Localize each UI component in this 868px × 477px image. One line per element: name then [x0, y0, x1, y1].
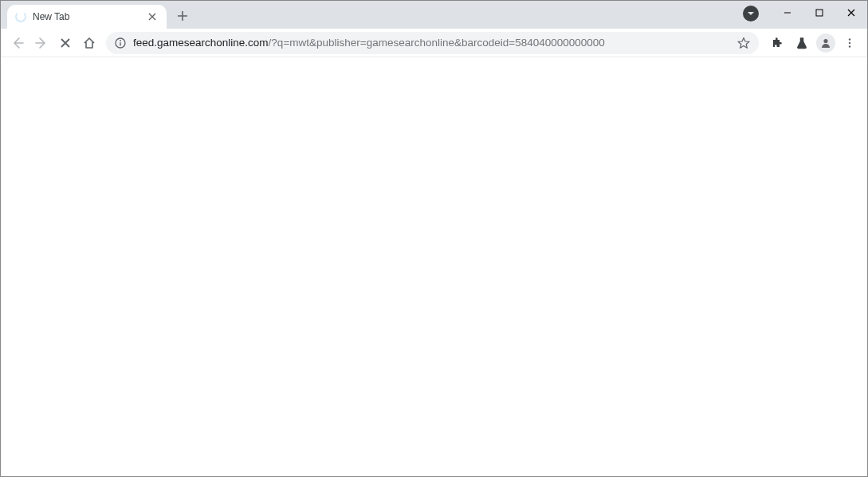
svg-rect-0	[816, 10, 823, 16]
maximize-button[interactable]	[803, 1, 835, 25]
forward-button[interactable]	[31, 33, 52, 53]
arrow-right-icon	[35, 37, 48, 49]
tab-title: New Tab	[33, 11, 139, 22]
close-tab-button[interactable]	[146, 10, 159, 23]
profile-button[interactable]	[816, 33, 835, 53]
back-button[interactable]	[7, 33, 28, 53]
close-icon	[59, 37, 72, 49]
maximize-icon	[815, 9, 823, 17]
kebab-menu-icon	[844, 37, 855, 49]
home-icon	[83, 37, 96, 49]
site-info-button[interactable]	[114, 37, 127, 49]
svg-point-3	[823, 38, 827, 42]
bookmark-button[interactable]	[736, 36, 751, 50]
svg-point-2	[120, 40, 121, 41]
arrow-left-icon	[11, 37, 24, 49]
person-icon	[819, 37, 832, 49]
close-icon	[148, 13, 156, 21]
browser-tab[interactable]: New Tab	[7, 5, 167, 29]
url-domain: feed.gamesearchonline.com	[133, 37, 269, 49]
url-path: /?q=mwt&publisher=gamesearchonline&barco…	[269, 37, 605, 49]
user-indicator-button[interactable]	[743, 6, 759, 22]
menu-button[interactable]	[839, 32, 861, 54]
chevron-down-icon	[747, 10, 755, 18]
stop-reload-button[interactable]	[55, 33, 76, 53]
url-text: feed.gamesearchonline.com/?q=mwt&publish…	[133, 37, 730, 49]
browser-toolbar: feed.gamesearchonline.com/?q=mwt&publish…	[1, 29, 867, 57]
home-button[interactable]	[79, 33, 100, 53]
loading-spinner-icon	[15, 11, 26, 22]
svg-point-6	[849, 45, 850, 47]
close-icon	[847, 9, 855, 17]
svg-point-4	[849, 38, 850, 40]
address-bar[interactable]: feed.gamesearchonline.com/?q=mwt&publish…	[106, 32, 759, 54]
labs-button[interactable]	[791, 32, 813, 54]
window-controls	[743, 1, 867, 25]
puzzle-icon	[770, 37, 783, 49]
info-icon	[115, 37, 126, 49]
flask-icon	[795, 37, 808, 49]
extensions-button[interactable]	[765, 32, 787, 54]
new-tab-button[interactable]	[171, 5, 194, 27]
browser-titlebar: New Tab	[1, 1, 867, 29]
tab-strip: New Tab	[1, 1, 867, 29]
svg-point-5	[849, 41, 850, 43]
star-icon	[737, 37, 750, 49]
plus-icon	[177, 10, 188, 22]
minimize-icon	[784, 9, 791, 17]
minimize-button[interactable]	[772, 1, 803, 25]
close-window-button[interactable]	[835, 1, 867, 25]
page-content	[1, 57, 867, 476]
